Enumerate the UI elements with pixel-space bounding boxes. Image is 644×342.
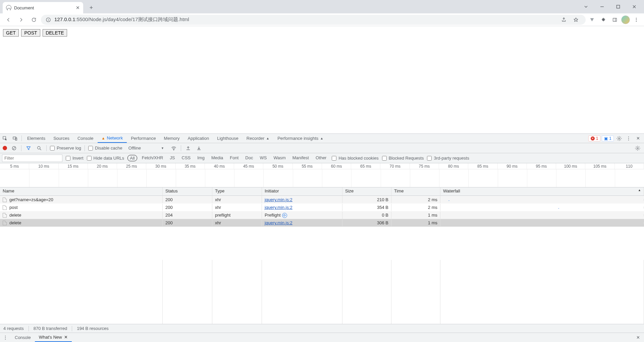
preserve-log-checkbox[interactable]: Preserve log xyxy=(50,146,81,151)
address-input[interactable]: 127.0.0.1:5500/Node.js/day4/code/17测试接口跨… xyxy=(41,15,586,25)
filter-type-font[interactable]: Font xyxy=(228,155,240,161)
devtools-tab-memory[interactable]: Memory xyxy=(160,134,184,143)
close-window-button[interactable] xyxy=(627,1,642,12)
back-button[interactable] xyxy=(3,15,14,25)
col-size[interactable]: Size xyxy=(342,187,391,195)
filter-type-all[interactable]: All xyxy=(127,155,137,161)
bookmark-icon[interactable] xyxy=(571,15,581,25)
search-icon[interactable] xyxy=(36,145,43,152)
filter-input[interactable] xyxy=(2,155,62,162)
post-button[interactable]: POST xyxy=(21,29,40,37)
devtools-tab-performance-insights[interactable]: Performance insights ▲ xyxy=(273,134,327,143)
table-row[interactable]: delete200xhrjquery.min.js:2306 B1 ms xyxy=(0,219,644,227)
close-icon[interactable]: ✕ xyxy=(64,335,68,340)
new-tab-button[interactable]: + xyxy=(87,3,96,12)
devtools-tab-lighthouse[interactable]: Lighthouse xyxy=(213,134,243,143)
menu-icon[interactable] xyxy=(631,15,641,25)
more-icon[interactable] xyxy=(625,134,633,142)
share-icon[interactable] xyxy=(559,15,569,25)
sidepanel-icon[interactable] xyxy=(610,15,620,25)
devtools-tab-network[interactable]: ▲Network xyxy=(98,134,127,143)
filter-type-manifest[interactable]: Manifest xyxy=(290,155,311,161)
devtools-tab-sources[interactable]: Sources xyxy=(49,134,73,143)
svg-point-18 xyxy=(5,337,6,338)
blocked-cookies-checkbox[interactable]: Has blocked cookies xyxy=(332,156,378,161)
throttle-select[interactable]: Offline▼ xyxy=(126,146,167,151)
filter-type-js[interactable]: JS xyxy=(168,155,177,161)
browser-tab[interactable]: Document ✕ xyxy=(3,2,83,13)
drawer-tab-whatsnew[interactable]: What's New✕ xyxy=(35,333,72,342)
filter-type-fetch-xhr[interactable]: Fetch/XHR xyxy=(140,155,165,161)
info-badge[interactable]: ▣1 xyxy=(602,135,614,141)
url-text: 127.0.0.1:5500/Node.js/day4/code/17测试接口跨… xyxy=(54,16,189,23)
svg-point-19 xyxy=(5,339,6,339)
info-icon xyxy=(46,17,51,22)
filter-type-img[interactable]: Img xyxy=(195,155,207,161)
col-type[interactable]: Type xyxy=(212,187,262,195)
svg-point-17 xyxy=(5,336,6,336)
devtools-tab-application[interactable]: Application xyxy=(184,134,213,143)
devtools-tab-recorder[interactable]: Recorder ▲ xyxy=(243,134,273,143)
device-icon[interactable] xyxy=(10,134,20,143)
table-row[interactable]: delete204preflightPreflight⟳0 B1 ms xyxy=(0,211,644,219)
filter-type-wasm[interactable]: Wasm xyxy=(271,155,287,161)
globe-icon xyxy=(6,5,11,10)
delete-button[interactable]: DELETE xyxy=(43,29,67,37)
filter-type-ws[interactable]: WS xyxy=(258,155,269,161)
table-header[interactable]: Name Status Type Initiator Size Time Wat… xyxy=(0,187,644,196)
filter-type-doc[interactable]: Doc xyxy=(243,155,255,161)
network-toolbar: Preserve log Disable cache Offline▼ xyxy=(0,143,644,153)
download-icon[interactable] xyxy=(195,145,203,152)
network-settings-icon[interactable] xyxy=(634,145,641,152)
blocked-requests-checkbox[interactable]: Blocked Requests xyxy=(382,156,424,161)
close-devtools-icon[interactable]: ✕ xyxy=(634,134,642,142)
table-row[interactable]: get?name=zs&age=20200xhrjquery.min.js:22… xyxy=(0,196,644,204)
table-row[interactable]: post200xhrjquery.min.js:2354 B2 ms xyxy=(0,204,644,211)
third-party-checkbox[interactable]: 3rd-party requests xyxy=(427,156,469,161)
col-initiator[interactable]: Initiator xyxy=(262,187,342,195)
invert-checkbox[interactable]: Invert xyxy=(66,156,84,161)
inspect-icon[interactable] xyxy=(0,134,10,143)
settings-icon[interactable] xyxy=(615,134,623,142)
upload-icon[interactable] xyxy=(184,145,192,152)
close-tab-icon[interactable]: ✕ xyxy=(76,5,80,10)
devtools-tab-elements[interactable]: Elements xyxy=(23,134,49,143)
profile-avatar[interactable] xyxy=(621,15,630,24)
network-timeline[interactable]: 5 ms10 ms15 ms20 ms25 ms30 ms35 ms40 ms4… xyxy=(0,163,644,187)
extensions-icon[interactable] xyxy=(598,15,608,25)
maximize-button[interactable] xyxy=(610,1,626,12)
drawer-close-icon[interactable]: ✕ xyxy=(632,335,644,340)
hide-data-urls-checkbox[interactable]: Hide data URLs xyxy=(87,156,124,161)
record-button[interactable] xyxy=(3,146,7,150)
col-name[interactable]: Name xyxy=(0,187,163,195)
filter-icon[interactable] xyxy=(25,145,32,152)
svg-point-4 xyxy=(636,19,637,20)
filter-type-css[interactable]: CSS xyxy=(180,155,193,161)
page-content: GET POST DELETE xyxy=(0,26,644,133)
col-status[interactable]: Status xyxy=(163,187,212,195)
minimize-button[interactable] xyxy=(594,1,610,12)
forward-button[interactable] xyxy=(15,15,27,25)
tab-search-button[interactable] xyxy=(578,1,594,12)
devtools-tab-performance[interactable]: Performance xyxy=(127,134,160,143)
disable-cache-checkbox[interactable]: Disable cache xyxy=(88,146,122,151)
filter-type-media[interactable]: Media xyxy=(209,155,225,161)
error-badge[interactable]: ✕1 xyxy=(588,135,601,141)
drawer-tab-console[interactable]: Console xyxy=(11,333,35,342)
drawer-more-icon[interactable] xyxy=(0,333,11,342)
network-table: Name Status Type Initiator Size Time Wat… xyxy=(0,187,644,324)
reload-button[interactable] xyxy=(28,15,40,25)
svg-point-11 xyxy=(628,138,629,138)
clear-icon[interactable] xyxy=(10,145,18,152)
svg-point-16 xyxy=(637,148,638,149)
col-time[interactable]: Time xyxy=(391,187,440,195)
get-button[interactable]: GET xyxy=(3,29,19,37)
svg-rect-7 xyxy=(13,137,16,139)
filter-type-other[interactable]: Other xyxy=(314,155,329,161)
document-icon xyxy=(3,197,7,202)
svg-point-9 xyxy=(619,138,620,139)
wifi-icon[interactable] xyxy=(170,145,177,152)
extension-v-icon[interactable] xyxy=(587,15,597,25)
col-waterfall[interactable]: Waterfall▲ xyxy=(440,187,644,195)
devtools-tab-console[interactable]: Console xyxy=(73,134,98,143)
